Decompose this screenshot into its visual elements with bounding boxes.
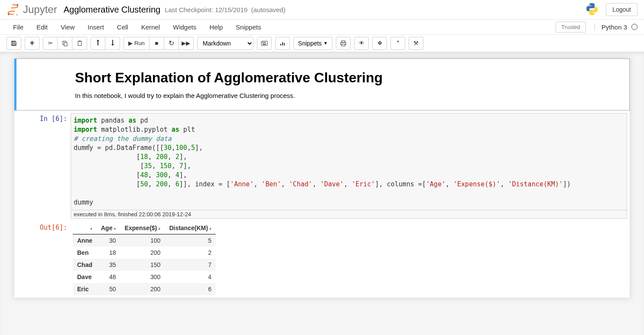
arrow-down-icon: 🠗 (109, 39, 116, 47)
trusted-indicator[interactable]: Trusted (556, 22, 586, 33)
code-prettify-button[interactable]: ⚒ (409, 37, 423, 50)
restart-button[interactable]: ↻ (164, 37, 179, 50)
restart-icon: ↻ (169, 39, 174, 47)
paste-button[interactable] (72, 37, 87, 50)
cell-value: 48 (97, 271, 120, 283)
notebook-container: Short Explanation of Agglomerative Clust… (0, 52, 644, 335)
cell-value: 300 (120, 271, 165, 283)
add-cell-button[interactable]: + (25, 37, 39, 50)
move-button[interactable]: ✥ (372, 37, 387, 50)
output-cell: Out[6]: ♦ Age♦ Expense($)♦ Distance(KM)♦ (14, 221, 630, 298)
cell-value: 200 (120, 283, 165, 295)
svg-rect-12 (79, 41, 81, 42)
run-icon: ▶ (128, 40, 133, 46)
variable-inspector-button[interactable] (275, 37, 290, 50)
svg-rect-11 (78, 41, 81, 46)
col-header-expense[interactable]: Expense($)♦ (120, 222, 165, 234)
col-header-age[interactable]: Age♦ (97, 222, 120, 234)
code-cell[interactable]: In [6]: import pandas as pd import matpl… (14, 111, 630, 221)
cut-button[interactable]: ✂ (43, 37, 58, 50)
python-logo-icon (585, 2, 599, 18)
cell-value: 2 (165, 247, 216, 259)
kernel-idle-icon (631, 24, 637, 30)
markdown-render: Short Explanation of Agglomerative Clust… (71, 61, 627, 108)
table-row: Ben182002 (73, 247, 216, 259)
menu-edit[interactable]: Edit (30, 20, 54, 34)
menu-view[interactable]: View (54, 20, 81, 34)
cell-value: 7 (165, 259, 216, 271)
svg-point-1 (8, 11, 18, 14)
menu-file[interactable]: File (7, 20, 30, 34)
collapse-button[interactable]: ˄ (390, 37, 405, 50)
copy-button[interactable] (58, 37, 72, 50)
output-dataframe: ♦ Age♦ Expense($)♦ Distance(KM)♦ Anne301… (73, 222, 216, 295)
cell-value: 6 (165, 283, 216, 295)
row-index: Eric (73, 283, 97, 295)
index-header[interactable]: ♦ (73, 222, 97, 234)
bars-icon (280, 40, 286, 46)
svg-rect-14 (262, 42, 263, 43)
header-bar: Jupyter Agglomerative Clustering Last Ch… (0, 0, 644, 20)
cell-value: 150 (120, 259, 165, 271)
svg-rect-17 (263, 44, 266, 45)
svg-rect-18 (280, 44, 281, 46)
svg-point-4 (16, 14, 17, 15)
jupyter-brand-text: Jupyter (23, 3, 57, 16)
svg-rect-23 (342, 44, 345, 46)
jupyter-logo[interactable]: Jupyter (7, 3, 57, 16)
code-input-area[interactable]: import pandas as pd import matplotlib.py… (71, 113, 627, 210)
svg-point-2 (16, 4, 18, 6)
table-row: Chad351507 (73, 259, 216, 271)
arrow-up-icon: 🠕 (94, 39, 101, 47)
toggle-preview-button[interactable]: 👁 (354, 37, 369, 50)
input-prompt: In [6]: (19, 113, 71, 219)
svg-rect-8 (13, 44, 15, 45)
menu-snippets[interactable]: Snippets (229, 20, 267, 34)
eye-icon: 👁 (359, 40, 364, 46)
stop-icon: ■ (155, 40, 158, 46)
markdown-paragraph: In this notebook, I would try to explain… (75, 92, 623, 99)
menu-kernel[interactable]: Kernel (135, 20, 166, 34)
move-down-button[interactable]: 🠗 (105, 37, 120, 50)
notebook-name[interactable]: Agglomerative Clustering (64, 5, 160, 15)
checkpoint-status: Last Checkpoint: 12/15/2019 (autosaved) (165, 6, 286, 13)
logout-button[interactable]: Logout (606, 3, 637, 16)
snippets-dropdown[interactable]: Snippets ▼ (293, 37, 332, 50)
cell-value: 35 (97, 259, 120, 271)
code-fold-icon[interactable]: ▼ (87, 143, 91, 148)
plus-icon: + (30, 39, 35, 48)
kernel-indicator: Python 3 (595, 23, 637, 31)
toolbar: + ✂ 🠕 🠗 ▶ Run ■ ↻ ▶▶ Markdown Snippets ▼ (0, 35, 644, 52)
menu-help[interactable]: Help (203, 20, 229, 34)
scissors-icon: ✂ (48, 40, 53, 46)
svg-point-6 (594, 13, 595, 14)
print-icon (340, 40, 346, 46)
table-row: Dave483004 (73, 271, 216, 283)
chevron-down-icon: ▼ (323, 41, 328, 46)
svg-rect-20 (284, 43, 285, 46)
print-button[interactable] (336, 37, 351, 50)
menu-widgets[interactable]: Widgets (166, 20, 203, 34)
menu-cell[interactable]: Cell (111, 20, 135, 34)
gavel-icon: ⚒ (413, 40, 419, 46)
restart-run-all-button[interactable]: ▶▶ (179, 37, 194, 50)
menu-insert[interactable]: Insert (81, 20, 111, 34)
command-palette-button[interactable] (257, 37, 272, 50)
svg-rect-19 (282, 42, 283, 46)
markdown-cell[interactable]: Short Explanation of Agglomerative Clust… (14, 59, 630, 111)
interrupt-button[interactable]: ■ (150, 37, 164, 50)
jupyter-icon (7, 3, 20, 16)
svg-point-5 (589, 4, 591, 5)
row-index: Dave (73, 271, 97, 283)
cell-type-select[interactable]: Markdown (197, 37, 254, 50)
svg-point-3 (8, 13, 10, 15)
table-row: Anne301005 (73, 234, 216, 247)
menubar: File Edit View Insert Cell Kernel Widget… (0, 20, 644, 35)
cell-value: 18 (97, 247, 120, 259)
move-up-button[interactable]: 🠕 (91, 37, 105, 50)
col-header-distance[interactable]: Distance(KM)♦ (165, 222, 216, 234)
run-button[interactable]: ▶ Run (124, 37, 150, 50)
cell-value: 50 (97, 283, 120, 295)
output-prompt: Out[6]: (19, 222, 71, 295)
save-button[interactable] (7, 37, 21, 50)
